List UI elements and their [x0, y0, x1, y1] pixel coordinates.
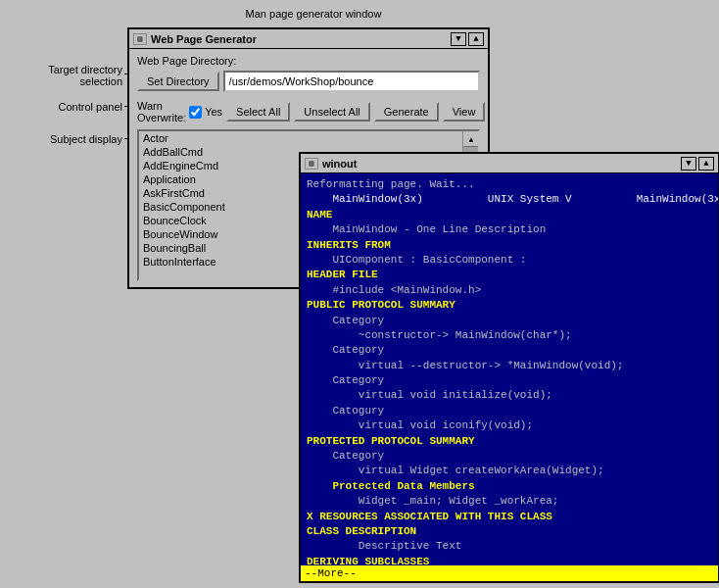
- man-line: Protected Data Members: [307, 479, 712, 494]
- man-line: MainWindow - One Line Description: [307, 222, 712, 237]
- view-button[interactable]: View: [443, 102, 486, 122]
- set-directory-button[interactable]: Set Directory: [137, 72, 219, 91]
- winout-title-icon: ▤: [305, 158, 318, 170]
- dir-section-label: Web Page Directory:: [137, 55, 480, 67]
- title-icon: ▤: [133, 33, 147, 45]
- man-line: PUBLIC PROTOCOL SUMMARY: [307, 298, 712, 313]
- controls-row: Warn Overwrite: Yes Select All Unselect …: [137, 100, 480, 123]
- man-header-line: MainWindow(3x) UNIX System V MainWindow(…: [307, 192, 712, 207]
- man-line: INHERITS FROM: [307, 238, 712, 253]
- target-directory-label: Target directoryselection: [5, 64, 122, 87]
- man-line: #include <MainWindow.h>: [307, 283, 712, 298]
- scroll-up-button[interactable]: ▲: [463, 131, 479, 147]
- generator-titlebar: ▤ Web Page Generator ▼ ▲: [129, 29, 488, 49]
- man-line: NAME: [307, 208, 712, 222]
- select-all-button[interactable]: Select All: [226, 102, 290, 122]
- winout-maximize-button[interactable]: ▲: [698, 157, 714, 171]
- man-line: virtual void iconify(void);: [307, 418, 712, 433]
- minimize-button[interactable]: ▼: [451, 32, 466, 46]
- man-line: Category: [307, 449, 712, 464]
- man-line: Catogury: [307, 404, 712, 418]
- man-line: virtual Widget createWorkArea(Widget);: [307, 464, 712, 478]
- generator-window-title: Web Page Generator: [151, 33, 257, 45]
- directory-input[interactable]: [223, 71, 480, 92]
- control-panel-label: Control panel: [5, 101, 122, 113]
- directory-row: Set Directory: [137, 71, 480, 92]
- man-line: UIComponent : BasicComponent :: [307, 253, 712, 268]
- man-line: X RESOURCES ASSOCIATED WITH THIS CLASS: [307, 510, 712, 524]
- subject-display-label: Subject display: [5, 133, 122, 145]
- man-line: Category: [307, 314, 712, 328]
- man-line: ~constructor-> MainWindow(char*);: [307, 328, 712, 343]
- winout-content: Reformatting page. Wait... MainWindow(3x…: [301, 173, 718, 581]
- man-line: virtual void initialize(void);: [307, 388, 712, 403]
- warn-overwrite-label: Warn Overwrite: Yes: [137, 100, 222, 123]
- winout-window-title: winout: [322, 158, 357, 170]
- warn-overwrite-checkbox[interactable]: [189, 106, 202, 119]
- reformatting-line: Reformatting page. Wait...: [307, 177, 712, 192]
- winout-window: ▤ winout ▼ ▲ Reformatting page. Wait... …: [299, 152, 719, 583]
- man-line: HEADER FILE: [307, 268, 712, 282]
- man-line: Descriptive Text: [307, 539, 712, 554]
- winout-window-controls: ▼ ▲: [681, 157, 714, 171]
- man-line: Category: [307, 373, 712, 388]
- man-line: Widget _main; Widget _workArea;: [307, 494, 712, 509]
- window-controls: ▼ ▲: [451, 32, 484, 46]
- man-line: virtual --destructor-> *MainWindow(void)…: [307, 359, 712, 373]
- man-line: PROTECTED PROTOCOL SUMMARY: [307, 434, 712, 449]
- maximize-button[interactable]: ▲: [468, 32, 484, 46]
- man-line: Category: [307, 343, 712, 358]
- generate-button[interactable]: Generate: [374, 102, 439, 122]
- unselect-all-button[interactable]: Unselect All: [294, 102, 369, 122]
- winout-minimize-button[interactable]: ▼: [681, 157, 696, 171]
- window-title-label: Man page generator window: [216, 8, 411, 20]
- man-line: CLASS DESCRIPTION: [307, 524, 712, 539]
- more-bar[interactable]: --More--: [301, 565, 718, 581]
- list-item[interactable]: Actor: [139, 131, 478, 145]
- winout-titlebar: ▤ winout ▼ ▲: [301, 154, 718, 173]
